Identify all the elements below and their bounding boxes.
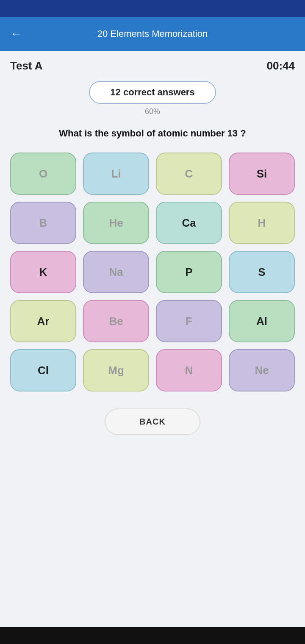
header: ← 20 Elements Memorization [0, 17, 305, 51]
element-btn-C[interactable]: C [156, 153, 222, 195]
element-btn-Be[interactable]: Be [83, 300, 149, 342]
element-btn-Si[interactable]: Si [229, 153, 295, 195]
element-btn-O[interactable]: O [10, 153, 76, 195]
element-btn-P[interactable]: P [156, 251, 222, 293]
element-btn-Li[interactable]: Li [83, 153, 149, 195]
element-btn-N[interactable]: N [156, 349, 222, 391]
percentage: 60% [145, 107, 160, 116]
element-btn-He[interactable]: He [83, 202, 149, 244]
element-btn-K[interactable]: K [10, 251, 76, 293]
element-btn-Ar[interactable]: Ar [10, 300, 76, 342]
element-btn-Ne[interactable]: Ne [229, 349, 295, 391]
element-btn-Ca[interactable]: Ca [156, 202, 222, 244]
back-icon[interactable]: ← [10, 27, 22, 41]
element-btn-S[interactable]: S [229, 251, 295, 293]
test-label: Test A [10, 59, 43, 72]
status-bar [0, 0, 305, 17]
element-btn-Al[interactable]: Al [229, 300, 295, 342]
top-bar: Test A 00:44 [10, 59, 295, 72]
element-btn-H[interactable]: H [229, 202, 295, 244]
element-btn-Cl[interactable]: Cl [10, 349, 76, 391]
score-badge: 12 correct answers [89, 81, 216, 104]
element-grid: O Li C Si B He Ca H K Na P S Ar Be F Al … [10, 153, 295, 391]
element-btn-Mg[interactable]: Mg [83, 349, 149, 391]
question-text: What is the symbol of atomic number 13 ? [59, 128, 246, 139]
main-content: Test A 00:44 12 correct answers 60% What… [0, 51, 305, 627]
element-btn-F[interactable]: F [156, 300, 222, 342]
bottom-bar [0, 627, 305, 644]
element-btn-Na[interactable]: Na [83, 251, 149, 293]
back-button[interactable]: BACK [105, 408, 200, 435]
header-title: 20 Elements Memorization [30, 28, 274, 39]
timer: 00:44 [267, 59, 295, 72]
element-btn-B[interactable]: B [10, 202, 76, 244]
